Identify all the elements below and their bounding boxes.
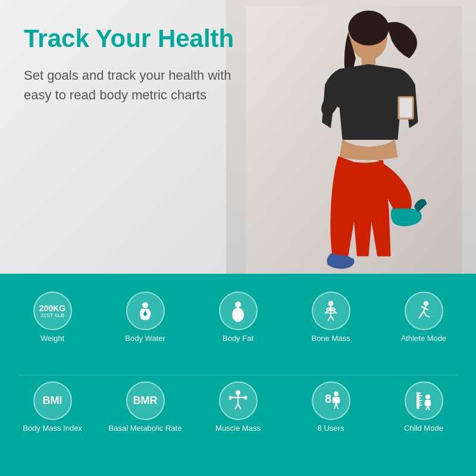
page-title: Track Your Health: [24, 24, 238, 54]
athlete-mode-label: Athlete Mode: [401, 334, 447, 344]
svg-point-2: [348, 11, 389, 46]
muscle-mass-svg: [227, 390, 249, 411]
athlete-mode-icon: [405, 292, 443, 330]
feature-8-users: 8 8 Users: [292, 381, 369, 434]
bmi-icon: BMI: [33, 381, 72, 420]
feature-bmi: BMI Body Mass Index: [14, 381, 91, 434]
hero-section: Track Your Health Set goals and track yo…: [0, 0, 476, 274]
person-image: [226, 0, 476, 274]
svg-line-24: [235, 404, 238, 409]
8-users-label: 8 Users: [318, 424, 345, 434]
svg-point-11: [328, 301, 333, 306]
svg-point-37: [425, 394, 430, 399]
weight-icon: 200KG 31ST 6LB: [33, 292, 72, 330]
body-water-label: Body Water: [125, 334, 165, 344]
svg-point-7: [235, 302, 241, 308]
feature-bone-mass: Bone Mass: [292, 292, 369, 344]
weight-label: Weight: [40, 334, 64, 344]
svg-rect-23: [245, 396, 247, 400]
features-row-1: 200KG 31ST 6LB Weight Body Water: [6, 286, 470, 375]
text-content: Track Your Health Set goals and track yo…: [24, 24, 238, 105]
child-mode-label: Child Mode: [404, 424, 443, 434]
bmr-text: BMR: [133, 394, 158, 407]
child-mode-svg: [413, 390, 434, 411]
svg-rect-30: [416, 392, 419, 409]
bone-mass-label: Bone Mass: [311, 334, 350, 344]
8-users-svg: 8: [320, 390, 342, 411]
svg-point-6: [142, 302, 148, 308]
feature-athlete-mode: Athlete Mode: [385, 292, 462, 344]
svg-rect-9: [235, 318, 237, 321]
child-mode-icon: [405, 381, 443, 420]
svg-line-39: [428, 406, 430, 410]
body-fat-icon: [219, 292, 258, 330]
person-silhouette: [244, 6, 464, 274]
svg-rect-22: [229, 396, 231, 400]
feature-child-mode: Child Mode: [385, 381, 462, 434]
svg-text:8: 8: [325, 392, 331, 405]
muscle-mass-label: Muscle Mass: [215, 424, 261, 434]
bone-mass-svg: [320, 300, 342, 322]
bone-mass-icon: [312, 292, 350, 330]
svg-line-29: [336, 403, 338, 409]
svg-line-16: [331, 316, 334, 321]
body-water-icon: [126, 292, 165, 330]
weight-st-text: 31ST 6LB: [40, 312, 64, 318]
athlete-mode-svg: [413, 300, 434, 322]
features-row-2: BMI Body Mass Index BMR Basal Metabolic …: [6, 375, 470, 465]
8-users-icon: 8: [312, 381, 350, 420]
body-fat-svg: [227, 300, 249, 322]
svg-line-25: [238, 404, 241, 409]
feature-weight: 200KG 31ST 6LB Weight: [14, 292, 91, 344]
bmi-label: Body Mass Index: [23, 424, 82, 434]
page-subtitle: Set goals and track your health with eas…: [24, 65, 238, 105]
svg-point-17: [424, 301, 428, 306]
svg-rect-5: [399, 98, 412, 118]
svg-line-15: [328, 316, 331, 321]
feature-bmr: BMR Basal Metabolic Rate: [107, 381, 184, 434]
bmr-icon: BMR: [126, 381, 165, 420]
feature-muscle-mass: Muscle Mass: [199, 381, 277, 434]
feature-body-water: Body Water: [107, 292, 184, 344]
svg-point-27: [334, 392, 339, 396]
svg-point-18: [236, 390, 240, 395]
features-section: 200KG 31ST 6LB Weight Body Water: [0, 274, 476, 476]
bmi-text: BMI: [43, 394, 62, 407]
feature-body-fat: Body Fat: [199, 292, 277, 344]
svg-point-8: [232, 308, 244, 322]
body-water-svg: [134, 300, 156, 322]
weight-kg-text: 200KG: [39, 304, 65, 312]
body-fat-label: Body Fat: [223, 334, 253, 344]
muscle-mass-icon: [219, 381, 258, 420]
svg-rect-10: [239, 318, 241, 321]
bmr-label: Basal Metabolic Rate: [109, 424, 182, 434]
